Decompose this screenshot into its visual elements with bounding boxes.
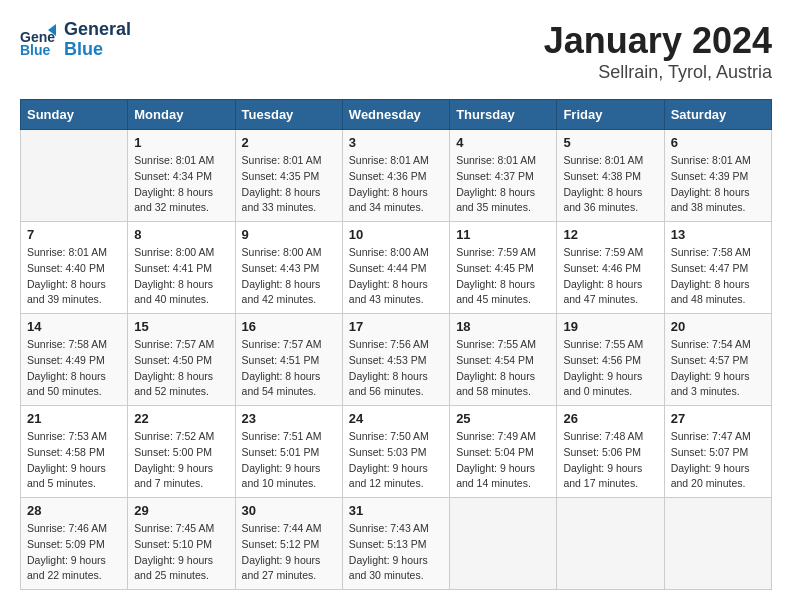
calendar-body: 1Sunrise: 8:01 AMSunset: 4:34 PMDaylight… [21,130,772,590]
calendar-cell: 18Sunrise: 7:55 AMSunset: 4:54 PMDayligh… [450,314,557,406]
calendar-cell: 13Sunrise: 7:58 AMSunset: 4:47 PMDayligh… [664,222,771,314]
calendar-subtitle: Sellrain, Tyrol, Austria [544,62,772,83]
calendar-cell: 6Sunrise: 8:01 AMSunset: 4:39 PMDaylight… [664,130,771,222]
day-number: 28 [27,503,121,518]
day-info: Sunrise: 7:50 AMSunset: 5:03 PMDaylight:… [349,429,443,492]
day-info: Sunrise: 7:44 AMSunset: 5:12 PMDaylight:… [242,521,336,584]
calendar-cell: 12Sunrise: 7:59 AMSunset: 4:46 PMDayligh… [557,222,664,314]
day-info: Sunrise: 7:57 AMSunset: 4:51 PMDaylight:… [242,337,336,400]
calendar-cell: 21Sunrise: 7:53 AMSunset: 4:58 PMDayligh… [21,406,128,498]
day-number: 2 [242,135,336,150]
calendar-cell: 26Sunrise: 7:48 AMSunset: 5:06 PMDayligh… [557,406,664,498]
day-number: 10 [349,227,443,242]
day-number: 20 [671,319,765,334]
day-info: Sunrise: 7:46 AMSunset: 5:09 PMDaylight:… [27,521,121,584]
day-info: Sunrise: 7:47 AMSunset: 5:07 PMDaylight:… [671,429,765,492]
calendar-cell: 31Sunrise: 7:43 AMSunset: 5:13 PMDayligh… [342,498,449,590]
day-number: 22 [134,411,228,426]
day-info: Sunrise: 8:00 AMSunset: 4:43 PMDaylight:… [242,245,336,308]
header-row: SundayMondayTuesdayWednesdayThursdayFrid… [21,100,772,130]
calendar-header: SundayMondayTuesdayWednesdayThursdayFrid… [21,100,772,130]
calendar-cell: 30Sunrise: 7:44 AMSunset: 5:12 PMDayligh… [235,498,342,590]
day-number: 6 [671,135,765,150]
calendar-week-row: 14Sunrise: 7:58 AMSunset: 4:49 PMDayligh… [21,314,772,406]
day-info: Sunrise: 7:59 AMSunset: 4:46 PMDaylight:… [563,245,657,308]
day-number: 15 [134,319,228,334]
day-info: Sunrise: 7:54 AMSunset: 4:57 PMDaylight:… [671,337,765,400]
day-number: 16 [242,319,336,334]
day-info: Sunrise: 7:57 AMSunset: 4:50 PMDaylight:… [134,337,228,400]
day-number: 8 [134,227,228,242]
calendar-week-row: 21Sunrise: 7:53 AMSunset: 4:58 PMDayligh… [21,406,772,498]
day-info: Sunrise: 8:01 AMSunset: 4:39 PMDaylight:… [671,153,765,216]
calendar-cell [557,498,664,590]
logo-icon: General Blue [20,22,56,58]
day-info: Sunrise: 7:52 AMSunset: 5:00 PMDaylight:… [134,429,228,492]
calendar-table: SundayMondayTuesdayWednesdayThursdayFrid… [20,99,772,590]
day-info: Sunrise: 8:01 AMSunset: 4:35 PMDaylight:… [242,153,336,216]
calendar-week-row: 28Sunrise: 7:46 AMSunset: 5:09 PMDayligh… [21,498,772,590]
day-info: Sunrise: 7:55 AMSunset: 4:54 PMDaylight:… [456,337,550,400]
calendar-cell: 22Sunrise: 7:52 AMSunset: 5:00 PMDayligh… [128,406,235,498]
day-info: Sunrise: 8:01 AMSunset: 4:40 PMDaylight:… [27,245,121,308]
header-day: Sunday [21,100,128,130]
day-number: 30 [242,503,336,518]
day-info: Sunrise: 7:58 AMSunset: 4:49 PMDaylight:… [27,337,121,400]
day-number: 13 [671,227,765,242]
calendar-cell: 16Sunrise: 7:57 AMSunset: 4:51 PMDayligh… [235,314,342,406]
calendar-cell: 1Sunrise: 8:01 AMSunset: 4:34 PMDaylight… [128,130,235,222]
calendar-cell: 3Sunrise: 8:01 AMSunset: 4:36 PMDaylight… [342,130,449,222]
calendar-cell: 28Sunrise: 7:46 AMSunset: 5:09 PMDayligh… [21,498,128,590]
page-header: General Blue General Blue January 2024 S… [20,20,772,83]
logo-line1: General [64,20,131,40]
calendar-cell: 11Sunrise: 7:59 AMSunset: 4:45 PMDayligh… [450,222,557,314]
day-info: Sunrise: 7:56 AMSunset: 4:53 PMDaylight:… [349,337,443,400]
calendar-cell: 8Sunrise: 8:00 AMSunset: 4:41 PMDaylight… [128,222,235,314]
day-number: 23 [242,411,336,426]
day-number: 31 [349,503,443,518]
day-info: Sunrise: 8:00 AMSunset: 4:44 PMDaylight:… [349,245,443,308]
logo-line2: Blue [64,40,131,60]
day-number: 24 [349,411,443,426]
day-number: 11 [456,227,550,242]
calendar-cell: 17Sunrise: 7:56 AMSunset: 4:53 PMDayligh… [342,314,449,406]
day-number: 19 [563,319,657,334]
calendar-week-row: 1Sunrise: 8:01 AMSunset: 4:34 PMDaylight… [21,130,772,222]
calendar-cell [664,498,771,590]
calendar-week-row: 7Sunrise: 8:01 AMSunset: 4:40 PMDaylight… [21,222,772,314]
day-info: Sunrise: 7:59 AMSunset: 4:45 PMDaylight:… [456,245,550,308]
calendar-cell: 7Sunrise: 8:01 AMSunset: 4:40 PMDaylight… [21,222,128,314]
calendar-cell: 9Sunrise: 8:00 AMSunset: 4:43 PMDaylight… [235,222,342,314]
header-day: Tuesday [235,100,342,130]
calendar-title: January 2024 [544,20,772,62]
calendar-cell: 14Sunrise: 7:58 AMSunset: 4:49 PMDayligh… [21,314,128,406]
day-number: 25 [456,411,550,426]
header-day: Monday [128,100,235,130]
day-number: 27 [671,411,765,426]
day-info: Sunrise: 8:01 AMSunset: 4:38 PMDaylight:… [563,153,657,216]
svg-text:Blue: Blue [20,42,51,58]
day-info: Sunrise: 8:01 AMSunset: 4:37 PMDaylight:… [456,153,550,216]
day-number: 5 [563,135,657,150]
header-day: Saturday [664,100,771,130]
header-day: Wednesday [342,100,449,130]
day-number: 29 [134,503,228,518]
day-info: Sunrise: 8:01 AMSunset: 4:36 PMDaylight:… [349,153,443,216]
day-info: Sunrise: 7:43 AMSunset: 5:13 PMDaylight:… [349,521,443,584]
calendar-cell: 2Sunrise: 8:01 AMSunset: 4:35 PMDaylight… [235,130,342,222]
day-number: 3 [349,135,443,150]
logo: General Blue General Blue [20,20,131,60]
day-info: Sunrise: 8:00 AMSunset: 4:41 PMDaylight:… [134,245,228,308]
day-number: 12 [563,227,657,242]
calendar-cell: 24Sunrise: 7:50 AMSunset: 5:03 PMDayligh… [342,406,449,498]
calendar-cell: 25Sunrise: 7:49 AMSunset: 5:04 PMDayligh… [450,406,557,498]
day-number: 14 [27,319,121,334]
day-info: Sunrise: 7:45 AMSunset: 5:10 PMDaylight:… [134,521,228,584]
day-info: Sunrise: 8:01 AMSunset: 4:34 PMDaylight:… [134,153,228,216]
day-number: 26 [563,411,657,426]
calendar-cell: 29Sunrise: 7:45 AMSunset: 5:10 PMDayligh… [128,498,235,590]
calendar-cell: 4Sunrise: 8:01 AMSunset: 4:37 PMDaylight… [450,130,557,222]
day-info: Sunrise: 7:48 AMSunset: 5:06 PMDaylight:… [563,429,657,492]
calendar-cell: 19Sunrise: 7:55 AMSunset: 4:56 PMDayligh… [557,314,664,406]
day-number: 18 [456,319,550,334]
